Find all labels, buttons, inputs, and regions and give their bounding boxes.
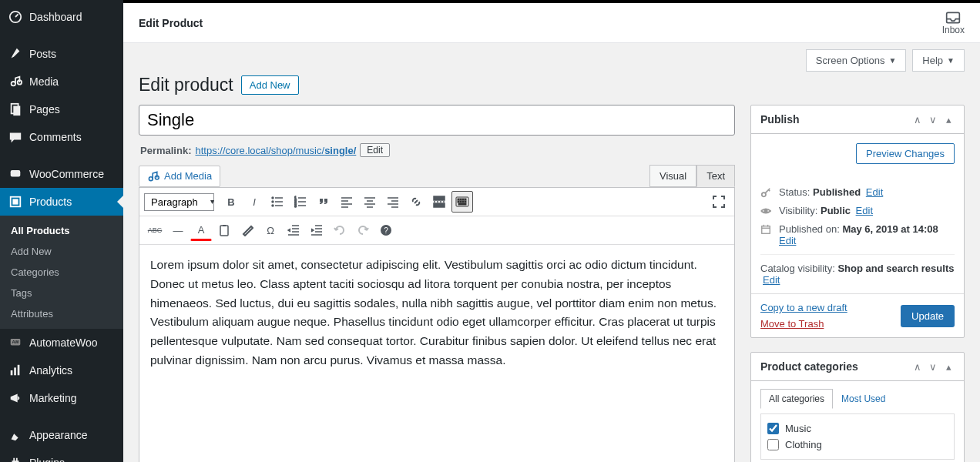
read-more-button[interactable] bbox=[428, 191, 450, 213]
number-list-button[interactable]: 123 bbox=[290, 191, 311, 213]
help-button[interactable]: Help ▼ bbox=[912, 49, 965, 72]
svg-rect-40 bbox=[434, 196, 445, 200]
sidebar-label: Products bbox=[29, 196, 72, 208]
add-new-button[interactable]: Add New bbox=[241, 75, 299, 95]
catalog-edit-link[interactable]: Edit bbox=[763, 274, 780, 286]
svg-rect-11 bbox=[14, 367, 16, 375]
editor-content[interactable]: Lorem ipsum dolor sit amet, consectetur … bbox=[139, 245, 734, 462]
cat-tab-most-used[interactable]: Most Used bbox=[833, 389, 894, 409]
sidebar-item-dashboard[interactable]: Dashboard bbox=[0, 3, 123, 31]
bullet-list-button[interactable] bbox=[267, 191, 288, 213]
svg-text:AW: AW bbox=[12, 340, 19, 344]
outdent-button[interactable] bbox=[283, 219, 304, 241]
hr-button[interactable]: — bbox=[167, 219, 189, 241]
toggle-icon[interactable]: ▴ bbox=[942, 360, 955, 373]
categories-metabox: Product categories ∧ ∨ ▴ All categories … bbox=[750, 352, 965, 462]
editor-box: Paragraph B I 123 bbox=[139, 187, 735, 462]
permalink-label: Permalink: bbox=[140, 145, 191, 156]
undo-button[interactable] bbox=[329, 219, 351, 241]
text-color-button[interactable]: A bbox=[190, 219, 212, 241]
svg-point-16 bbox=[272, 197, 274, 199]
svg-point-18 bbox=[272, 201, 274, 203]
sidebar-label: Appearance bbox=[29, 429, 88, 441]
publish-title: Publish bbox=[760, 113, 800, 126]
calendar-icon bbox=[760, 224, 773, 236]
strikethrough-button[interactable]: ABC bbox=[144, 219, 166, 241]
sidebar-item-pages[interactable]: Pages bbox=[0, 95, 123, 123]
categories-title: Product categories bbox=[760, 360, 858, 373]
sidebar-item-appearance[interactable]: Appearance bbox=[0, 421, 123, 449]
toggle-icon[interactable]: ▴ bbox=[942, 113, 955, 126]
cat-checkbox[interactable] bbox=[767, 423, 779, 434]
chevron-down-icon: ▼ bbox=[947, 56, 955, 65]
svg-point-66 bbox=[764, 209, 767, 213]
link-button[interactable] bbox=[405, 191, 427, 213]
inbox-button[interactable]: Inbox bbox=[942, 11, 965, 35]
sidebar-item-marketing[interactable]: Marketing bbox=[0, 384, 123, 412]
move-trash-link[interactable]: Move to Trash bbox=[760, 318, 847, 330]
move-down-icon[interactable]: ∨ bbox=[927, 360, 939, 373]
bold-button[interactable]: B bbox=[220, 191, 242, 213]
move-up-icon[interactable]: ∧ bbox=[911, 360, 924, 373]
blockquote-button[interactable] bbox=[313, 191, 334, 213]
sidebar-item-woocommerce[interactable]: WooCommerce bbox=[0, 160, 123, 188]
format-select[interactable]: Paragraph bbox=[144, 193, 214, 211]
preview-changes-button[interactable]: Preview Changes bbox=[856, 143, 955, 164]
svg-point-20 bbox=[272, 205, 274, 206]
sidebar-item-media[interactable]: Media bbox=[0, 68, 123, 95]
sidebar-label: WooCommerce bbox=[29, 168, 104, 180]
sidebar-item-analytics[interactable]: Analytics bbox=[0, 357, 123, 384]
topbar-title: Edit Product bbox=[139, 17, 203, 29]
media-icon bbox=[8, 74, 23, 89]
clear-format-button[interactable] bbox=[237, 219, 258, 241]
admin-sidebar: Dashboard Posts Media Pages Comments Woo… bbox=[0, 0, 123, 462]
svg-rect-45 bbox=[460, 199, 461, 200]
align-left-button[interactable] bbox=[336, 191, 357, 213]
special-char-button[interactable]: Ω bbox=[260, 219, 281, 241]
cat-tab-all[interactable]: All categories bbox=[760, 389, 833, 409]
visibility-edit-link[interactable]: Edit bbox=[856, 205, 873, 216]
editor-tab-text[interactable]: Text bbox=[696, 165, 735, 187]
subitem-categories[interactable]: Categories bbox=[0, 262, 123, 283]
editor-tab-visual[interactable]: Visual bbox=[649, 165, 696, 187]
cat-item-clothing[interactable]: Clothing bbox=[767, 437, 948, 453]
sidebar-item-comments[interactable]: Comments bbox=[0, 123, 123, 151]
sidebar-item-automatewoo[interactable]: AW AutomateWoo bbox=[0, 329, 123, 357]
subitem-all-products[interactable]: All Products bbox=[0, 220, 123, 241]
subitem-tags[interactable]: Tags bbox=[0, 283, 123, 303]
indent-button[interactable] bbox=[306, 219, 327, 241]
copy-draft-link[interactable]: Copy to a new draft bbox=[760, 302, 847, 313]
align-right-button[interactable] bbox=[382, 191, 404, 213]
svg-rect-47 bbox=[465, 199, 466, 200]
permalink-edit-button[interactable]: Edit bbox=[360, 143, 390, 157]
cat-checkbox[interactable] bbox=[767, 439, 779, 450]
topbar: Edit Product Inbox bbox=[123, 0, 980, 43]
product-title-input[interactable] bbox=[139, 105, 735, 136]
sidebar-item-plugins[interactable]: Plugins bbox=[0, 449, 123, 462]
plugins-icon bbox=[8, 455, 23, 462]
publish-metabox: Publish ∧ ∨ ▴ Preview Changes bbox=[750, 105, 965, 338]
published-edit-link[interactable]: Edit bbox=[779, 235, 796, 246]
subitem-add-new[interactable]: Add New bbox=[0, 241, 123, 262]
move-up-icon[interactable]: ∧ bbox=[911, 113, 924, 126]
toolbar-toggle-button[interactable] bbox=[451, 191, 473, 213]
redo-button[interactable] bbox=[352, 219, 374, 241]
sidebar-item-posts[interactable]: Posts bbox=[0, 40, 123, 68]
permalink-link[interactable]: https://core.local/shop/music/single/ bbox=[195, 145, 356, 156]
screen-options-button[interactable]: Screen Options ▼ bbox=[806, 49, 907, 72]
sidebar-item-products[interactable]: Products bbox=[0, 188, 123, 216]
align-center-button[interactable] bbox=[359, 191, 381, 213]
subitem-attributes[interactable]: Attributes bbox=[0, 303, 123, 324]
italic-button[interactable]: I bbox=[243, 191, 265, 213]
appearance-icon bbox=[8, 427, 23, 443]
add-media-button[interactable]: Add Media bbox=[139, 166, 220, 187]
help-icon-button[interactable]: ? bbox=[375, 219, 397, 241]
update-button[interactable]: Update bbox=[901, 305, 955, 327]
sidebar-submenu: All Products Add New Categories Tags Att… bbox=[0, 216, 123, 329]
eye-icon bbox=[760, 206, 773, 218]
fullscreen-button[interactable] bbox=[708, 191, 730, 213]
cat-item-music[interactable]: Music bbox=[767, 420, 948, 437]
status-edit-link[interactable]: Edit bbox=[866, 186, 883, 198]
move-down-icon[interactable]: ∨ bbox=[927, 113, 939, 126]
paste-text-button[interactable] bbox=[213, 219, 235, 241]
